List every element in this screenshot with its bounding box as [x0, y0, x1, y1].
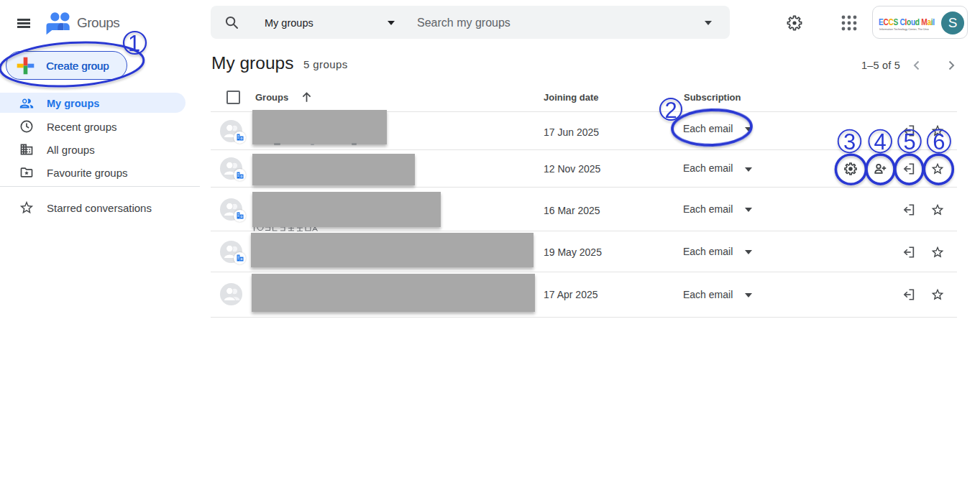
svg-text:2: 2: [664, 98, 677, 123]
svg-text:3: 3: [843, 129, 856, 154]
svg-text:4: 4: [874, 129, 887, 154]
svg-text:6: 6: [933, 129, 945, 154]
svg-text:5: 5: [903, 129, 915, 154]
svg-text:1: 1: [128, 31, 140, 56]
